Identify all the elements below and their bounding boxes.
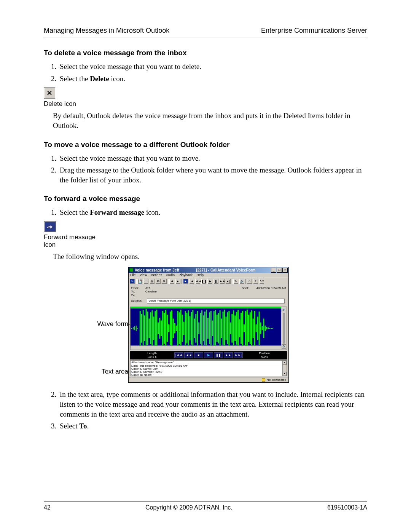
speaker-btn[interactable]: 🔊	[239, 279, 244, 284]
waveform-area[interactable]: 🔊 🔊	[130, 307, 287, 350]
help-btn[interactable]: ?	[253, 279, 258, 284]
svg-rect-17	[155, 311, 156, 345]
volume-max-icon[interactable]: 🔊	[282, 308, 286, 312]
transport-pause[interactable]: ❚❚	[214, 352, 223, 358]
skip-start-btn[interactable]: |◄	[189, 279, 194, 284]
svg-rect-94	[271, 328, 272, 329]
svg-rect-78	[247, 310, 248, 347]
volume-slider[interactable]	[283, 313, 285, 343]
textarea-scrollbar[interactable]: ▴▾	[282, 361, 287, 376]
next-msg-btn[interactable]: ►	[175, 279, 180, 284]
subject-field[interactable]: Voice message from Jeff [2271]	[147, 299, 285, 304]
svg-rect-46	[198, 323, 199, 334]
rewind-btn[interactable]: ◄◄	[195, 279, 200, 284]
transport-skip-start[interactable]: |◄◄	[174, 352, 183, 358]
svg-rect-50	[204, 312, 206, 345]
to-value: Caroline	[145, 290, 286, 294]
waveform-scrollbar[interactable]	[131, 345, 281, 350]
svg-rect-76	[244, 324, 245, 332]
text-area[interactable]: Attachment name: 'Message.wav' Date/Time…	[130, 360, 287, 376]
section-forward-steps-b: In the text area, type comments or addit…	[44, 390, 367, 431]
save-btn[interactable]: 💾	[137, 279, 142, 284]
svg-rect-48	[201, 310, 202, 346]
delete-btn[interactable]: ✕	[162, 279, 167, 284]
menu-file[interactable]: File	[130, 273, 136, 277]
page-header: Managing Messages in Microsoft Outlook E…	[44, 27, 367, 35]
menu-actions[interactable]: Actions	[151, 273, 162, 277]
svg-rect-55	[212, 320, 213, 336]
svg-rect-64	[225, 316, 226, 340]
transport-stop[interactable]: ■	[194, 352, 203, 358]
svg-rect-43	[194, 318, 195, 338]
svg-rect-75	[242, 311, 243, 346]
svg-rect-83	[254, 311, 255, 346]
transport-play[interactable]: ▶	[204, 352, 213, 358]
maximize-button[interactable]: □	[277, 268, 282, 273]
svg-rect-15	[151, 310, 153, 346]
svg-rect-56	[213, 311, 215, 345]
svg-rect-52	[207, 318, 209, 339]
svg-rect-81	[251, 310, 252, 346]
svg-rect-61	[221, 318, 222, 338]
svg-rect-47	[200, 313, 201, 343]
svg-rect-73	[239, 319, 240, 337]
svg-rect-90	[264, 326, 266, 331]
menubar[interactable]: File View Actions Audio Playback Help	[129, 273, 288, 278]
voiceform-window: Voice message from Jeff [2271] - CallAtt…	[128, 267, 289, 383]
svg-rect-93	[269, 328, 270, 329]
menu-playback[interactable]: Playback	[178, 273, 193, 277]
play-btn[interactable]: ▶	[207, 279, 212, 284]
pause2-btn[interactable]: ❚	[213, 279, 218, 284]
svg-rect-74	[241, 313, 242, 343]
svg-rect-72	[237, 310, 239, 347]
svg-rect-27	[170, 312, 171, 345]
volume-slider-area[interactable]: 🔊 🔊	[281, 307, 287, 350]
window-titlebar[interactable]: Voice message from Jeff [2271] - CallAtt…	[129, 267, 288, 273]
prev-msg-btn[interactable]: ◄	[169, 279, 174, 284]
transport-skip-end[interactable]: ►►|	[234, 352, 243, 358]
forward-message-icon[interactable]	[44, 221, 56, 232]
transport-rewind[interactable]: ◄◄	[184, 352, 193, 358]
volume-min-icon[interactable]: 🔊	[282, 344, 286, 349]
text-line-5: Called ID Name: ''	[131, 374, 286, 376]
delete-step-2: Select the Delete icon.	[58, 74, 367, 84]
from-label: From:	[131, 287, 145, 290]
status-indicator-icon	[262, 378, 265, 382]
sent-label: Sent:	[242, 287, 249, 290]
stop-btn[interactable]: ■	[183, 279, 188, 284]
menu-help[interactable]: Help	[197, 273, 204, 277]
edit-btn[interactable]: ✎	[233, 279, 238, 284]
minimize-button[interactable]: _	[271, 268, 276, 273]
close-button[interactable]: ×	[282, 268, 288, 273]
window-opens-text: The following window opens.	[53, 252, 367, 262]
ff-btn[interactable]: ►►	[220, 279, 225, 284]
forward-step-3: Select To.	[58, 421, 367, 431]
pause-btn[interactable]: ❚❚	[201, 279, 206, 284]
footer-right: 619510003-1A	[327, 504, 367, 511]
svg-rect-13	[149, 318, 150, 338]
svg-rect-26	[168, 324, 169, 332]
menu-view[interactable]: View	[140, 273, 147, 277]
cc-label: Cc:	[131, 294, 145, 297]
length-readout: Length: 15.5 s	[131, 352, 174, 359]
forward-btn[interactable]: ↪	[130, 279, 135, 284]
callout-textarea: Text area	[45, 368, 128, 375]
section-move-heading: To move a voice message to a different O…	[44, 141, 367, 149]
skip-end-btn[interactable]: ►|	[226, 279, 231, 284]
transport-ff[interactable]: ►►	[224, 352, 233, 358]
svg-rect-89	[263, 318, 264, 338]
whatsthis-btn[interactable]: ↖?	[259, 279, 264, 284]
svg-rect-79	[248, 315, 249, 342]
print-btn[interactable]: ⎙	[150, 279, 155, 284]
delete-icon[interactable]	[44, 87, 55, 99]
copy-btn[interactable]: ⧉	[156, 279, 161, 284]
svg-rect-7	[140, 311, 141, 346]
from-value: Jeff	[145, 287, 242, 290]
svg-rect-28	[171, 310, 172, 346]
home-btn[interactable]: ⌂	[247, 279, 252, 284]
menu-audio[interactable]: Audio	[166, 273, 175, 277]
svg-rect-30	[174, 323, 175, 333]
open-btn[interactable]: ▭	[143, 279, 148, 284]
toolbar: ↪ 💾 ▭ ⎙ ⧉ ✕ ◄ ► ■ |◄ ◄◄ ❚❚ ▶ ❚ ►► ►|	[129, 278, 288, 285]
sent-value: 4/21/2006 9:24:05 AM	[256, 287, 286, 290]
